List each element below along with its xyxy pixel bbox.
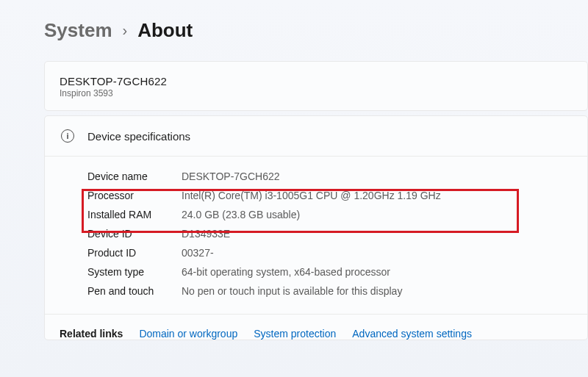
link-advanced-system-settings[interactable]: Advanced system settings [352, 328, 472, 340]
spec-label: Pen and touch [87, 285, 182, 297]
chevron-right-icon: › [123, 22, 128, 39]
related-links-row: Related links Domain or workgroup System… [45, 314, 587, 340]
spec-value: DESKTOP-7GCH622 [182, 170, 280, 182]
device-specifications-card: i Device specifications Device name DESK… [44, 115, 588, 340]
spec-row-device-id: Device ID D134933E [87, 224, 573, 243]
device-header-card: DESKTOP-7GCH622 Inspiron 3593 [44, 61, 588, 111]
breadcrumb-parent[interactable]: System [44, 19, 112, 42]
spec-row-device-name: Device name DESKTOP-7GCH622 [87, 167, 573, 186]
spec-row-system-type: System type 64-bit operating system, x64… [87, 262, 573, 281]
spec-value: 64-bit operating system, x64-based proce… [182, 266, 390, 278]
spec-value: 00327- [182, 247, 214, 259]
spec-value: D134933E [182, 228, 230, 240]
breadcrumb: System › About [44, 19, 588, 42]
spec-value: 24.0 GB (23.8 GB usable) [182, 209, 300, 220]
info-icon: i [61, 129, 74, 143]
spec-label: Product ID [87, 247, 182, 259]
spec-label: Processor [87, 190, 182, 201]
specifications-body: Device name DESKTOP-7GCH622 Processor In… [45, 157, 587, 314]
spec-row-pen-touch: Pen and touch No pen or touch input is a… [87, 281, 573, 301]
device-specifications-header[interactable]: i Device specifications [45, 116, 587, 157]
device-name: DESKTOP-7GCH622 [60, 75, 573, 87]
link-domain-workgroup[interactable]: Domain or workgroup [139, 328, 237, 340]
about-page: System › About DESKTOP-7GCH622 Inspiron … [0, 0, 588, 340]
section-title: Device specifications [87, 130, 190, 143]
spec-label: Installed RAM [87, 209, 182, 220]
breadcrumb-current: About [137, 19, 193, 42]
link-system-protection[interactable]: System protection [254, 328, 336, 340]
spec-label: Device ID [87, 228, 182, 240]
related-links-title: Related links [60, 328, 123, 340]
spec-row-processor: Processor Intel(R) Core(TM) i3-1005G1 CP… [87, 186, 573, 205]
spec-row-product-id: Product ID 00327- [87, 243, 573, 262]
device-model: Inspiron 3593 [60, 88, 573, 98]
spec-value: No pen or touch input is available for t… [182, 285, 402, 297]
spec-value: Intel(R) Core(TM) i3-1005G1 CPU @ 1.20GH… [182, 190, 441, 201]
spec-label: System type [87, 266, 182, 278]
spec-label: Device name [87, 170, 182, 182]
spec-row-installed-ram: Installed RAM 24.0 GB (23.8 GB usable) [87, 205, 573, 224]
